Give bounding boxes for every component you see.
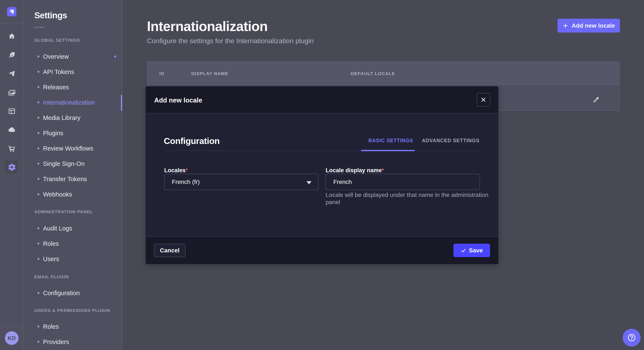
tab-basic-settings[interactable]: BASIC SETTINGS <box>368 138 413 143</box>
locales-select[interactable]: French (fr) <box>164 174 318 190</box>
required-asterisk: * <box>382 167 384 174</box>
tabs-divider <box>164 151 480 151</box>
tab-advanced-settings[interactable]: ADVANCED SETTINGS <box>422 138 480 143</box>
check-icon <box>461 248 466 253</box>
locales-select-value: French (fr) <box>172 174 200 190</box>
strapi-admin-app: KD Settings GLOBAL SETTINGSOverviewAPI T… <box>0 0 644 350</box>
add-locale-modal: Add new locale Configuration BASIC SETTI… <box>146 86 498 264</box>
modal-title: Add new locale <box>154 97 202 104</box>
display-name-label: Locale display name* <box>326 167 384 174</box>
close-button[interactable] <box>476 93 490 107</box>
display-name-hint: Locale will be displayed under that name… <box>326 191 494 206</box>
active-tab-underline <box>361 150 415 151</box>
save-button[interactable]: Save <box>454 244 490 257</box>
modal-footer: Cancel Save <box>146 237 498 264</box>
display-name-input[interactable] <box>326 174 480 190</box>
required-asterisk: * <box>186 167 188 174</box>
modal-section-heading: Configuration <box>164 136 220 146</box>
modal-header: Add new locale <box>146 86 498 113</box>
locales-label: Locales* <box>164 167 188 174</box>
cancel-button[interactable]: Cancel <box>154 244 186 257</box>
close-icon <box>480 97 486 103</box>
caret-down-icon <box>306 180 312 185</box>
